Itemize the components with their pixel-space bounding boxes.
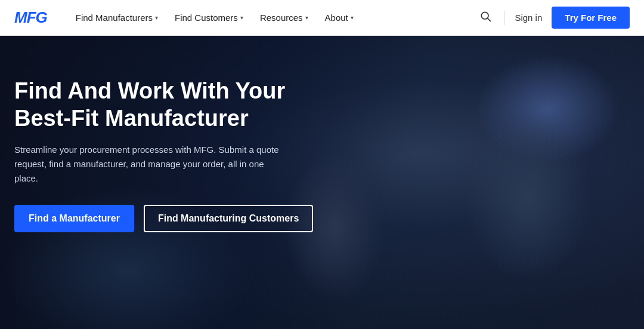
sign-in-link[interactable]: Sign in (515, 13, 542, 23)
chevron-down-icon: ▾ (351, 14, 354, 21)
chevron-down-icon: ▾ (240, 14, 243, 21)
navbar: MFG Find Manufacturers ▾ Find Customers … (0, 0, 644, 36)
chevron-down-icon: ▾ (155, 14, 158, 21)
svg-line-1 (488, 19, 491, 21)
nav-item-resources[interactable]: Resources ▾ (253, 8, 315, 27)
hero-title: Find And Work With Your Best-Fit Manufac… (14, 78, 334, 132)
find-manufacturing-customers-button[interactable]: Find Manufacturing Customers (144, 205, 313, 232)
search-icon (479, 10, 491, 22)
nav-label-find-manufacturers: Find Manufacturers (76, 13, 153, 23)
hero-subtitle: Streamline your procurement processes wi… (14, 143, 289, 186)
nav-item-about[interactable]: About ▾ (318, 8, 361, 27)
nav-links: Find Manufacturers ▾ Find Customers ▾ Re… (69, 8, 476, 27)
nav-divider (504, 11, 505, 25)
nav-item-find-manufacturers[interactable]: Find Manufacturers ▾ (69, 8, 165, 27)
find-manufacturer-button[interactable]: Find a Manufacturer (14, 205, 134, 232)
search-button[interactable] (476, 7, 495, 29)
logo[interactable]: MFG (14, 8, 47, 27)
nav-right: Sign in Try For Free (476, 7, 630, 29)
nav-label-about: About (325, 13, 348, 23)
nav-label-find-customers: Find Customers (175, 13, 238, 23)
hero-content: Find And Work With Your Best-Fit Manufac… (0, 36, 334, 232)
try-free-button[interactable]: Try For Free (552, 7, 630, 29)
nav-label-resources: Resources (260, 13, 303, 23)
hero-buttons: Find a Manufacturer Find Manufacturing C… (14, 205, 334, 232)
nav-item-find-customers[interactable]: Find Customers ▾ (168, 8, 250, 27)
hero-section: Find And Work With Your Best-Fit Manufac… (0, 36, 644, 329)
chevron-down-icon: ▾ (305, 14, 308, 21)
